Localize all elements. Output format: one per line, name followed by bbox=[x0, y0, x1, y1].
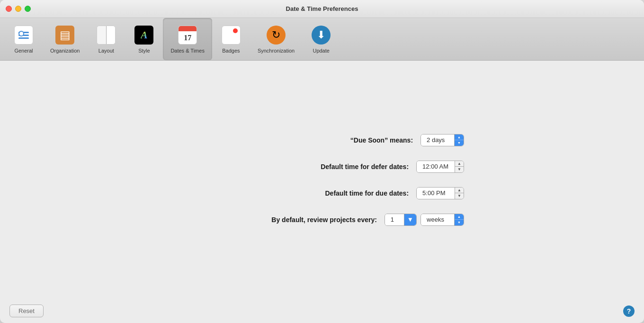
tab-layout-label: Layout bbox=[98, 48, 114, 54]
due-soon-up-button[interactable] bbox=[455, 135, 464, 141]
style-icon: A bbox=[134, 25, 154, 45]
tab-organization[interactable]: Organization bbox=[43, 18, 87, 60]
tab-update[interactable]: ⬇ Update bbox=[302, 18, 340, 60]
general-icon bbox=[13, 25, 34, 45]
review-number-value: 1 bbox=[385, 214, 404, 225]
due-soon-control: 2 days bbox=[420, 134, 464, 146]
due-dates-label: Default time for due dates: bbox=[325, 189, 409, 197]
defer-dates-value: 12:00 AM bbox=[417, 161, 455, 172]
chevron-down-icon: ▼ bbox=[407, 216, 413, 223]
badges-icon bbox=[221, 25, 242, 45]
tab-general[interactable]: General bbox=[5, 18, 43, 60]
settings-grid: “Due Soon” means: 2 days Default time fo… bbox=[180, 134, 464, 226]
review-unit-down-button[interactable] bbox=[455, 220, 464, 225]
due-soon-select[interactable]: 2 days bbox=[420, 134, 464, 146]
review-label: By default, review projects every: bbox=[271, 216, 377, 224]
tab-synchronization-label: Synchronization bbox=[258, 48, 295, 54]
tab-badges[interactable]: Badges bbox=[212, 18, 250, 60]
review-unit-select[interactable]: weeks bbox=[420, 214, 464, 226]
review-control: 1 ▼ weeks bbox=[385, 214, 464, 226]
due-dates-value: 5:00 PM bbox=[417, 188, 455, 199]
tab-update-label: Update bbox=[313, 48, 329, 54]
defer-dates-label: Default time for defer dates: bbox=[321, 163, 409, 170]
defer-dates-down-button[interactable]: ▼ bbox=[455, 167, 464, 172]
defer-dates-up-button[interactable]: ▲ bbox=[455, 161, 464, 167]
due-soon-label: “Due Soon” means: bbox=[350, 136, 413, 144]
minimize-button[interactable] bbox=[15, 6, 21, 12]
dates-icon: 17 bbox=[177, 25, 198, 45]
tab-synchronization[interactable]: ↻ Synchronization bbox=[250, 18, 302, 60]
window-title: Date & Time Preferences bbox=[286, 5, 358, 12]
help-button[interactable]: ? bbox=[623, 305, 635, 317]
toolbar: General Organization Layout bbox=[0, 18, 644, 61]
due-dates-down-button[interactable]: ▼ bbox=[455, 193, 464, 199]
bottom-bar: Reset ? bbox=[0, 299, 644, 323]
defer-dates-row: Default time for defer dates: 12:00 AM ▲… bbox=[180, 161, 464, 173]
tab-badges-label: Badges bbox=[222, 48, 240, 54]
tab-dates-times[interactable]: 17 Dates & Times bbox=[163, 18, 212, 60]
traffic-lights bbox=[6, 6, 31, 12]
main-content: “Due Soon” means: 2 days Default time fo… bbox=[0, 61, 644, 299]
tab-dates-times-label: Dates & Times bbox=[170, 48, 205, 54]
due-dates-control: 5:00 PM ▲ ▼ bbox=[416, 187, 464, 199]
review-number-select[interactable]: 1 ▼ bbox=[385, 214, 417, 226]
org-icon bbox=[54, 25, 75, 45]
layout-icon bbox=[96, 25, 116, 45]
close-button[interactable] bbox=[6, 6, 12, 12]
tab-style[interactable]: A Style bbox=[125, 18, 163, 60]
update-icon: ⬇ bbox=[311, 25, 331, 45]
titlebar: Date & Time Preferences bbox=[0, 0, 644, 18]
preferences-window: Date & Time Preferences General Organiza… bbox=[0, 0, 644, 323]
tab-layout[interactable]: Layout bbox=[87, 18, 125, 60]
tab-general-label: General bbox=[14, 48, 33, 54]
review-number-dropdown-button[interactable]: ▼ bbox=[404, 214, 416, 225]
tab-style-label: Style bbox=[138, 48, 150, 54]
due-soon-stepper bbox=[454, 135, 464, 146]
review-unit-stepper bbox=[454, 214, 464, 225]
due-soon-down-button[interactable] bbox=[455, 140, 464, 146]
reset-button[interactable]: Reset bbox=[9, 305, 44, 317]
due-dates-arrows: ▲ ▼ bbox=[455, 188, 464, 199]
defer-dates-control: 12:00 AM ▲ ▼ bbox=[416, 161, 464, 173]
due-soon-value: 2 days bbox=[421, 135, 454, 146]
defer-dates-arrows: ▲ ▼ bbox=[455, 161, 464, 172]
defer-dates-stepper[interactable]: 12:00 AM ▲ ▼ bbox=[416, 161, 464, 173]
sync-icon: ↻ bbox=[266, 25, 286, 45]
due-soon-row: “Due Soon” means: 2 days bbox=[180, 134, 464, 146]
due-dates-row: Default time for due dates: 5:00 PM ▲ ▼ bbox=[180, 187, 464, 199]
due-dates-up-button[interactable]: ▲ bbox=[455, 188, 464, 194]
review-unit-value: weeks bbox=[421, 214, 454, 225]
due-dates-stepper[interactable]: 5:00 PM ▲ ▼ bbox=[416, 187, 464, 199]
review-row: By default, review projects every: 1 ▼ w… bbox=[180, 214, 464, 226]
tab-organization-label: Organization bbox=[50, 48, 80, 54]
maximize-button[interactable] bbox=[25, 6, 31, 12]
review-unit-up-button[interactable] bbox=[455, 214, 464, 220]
